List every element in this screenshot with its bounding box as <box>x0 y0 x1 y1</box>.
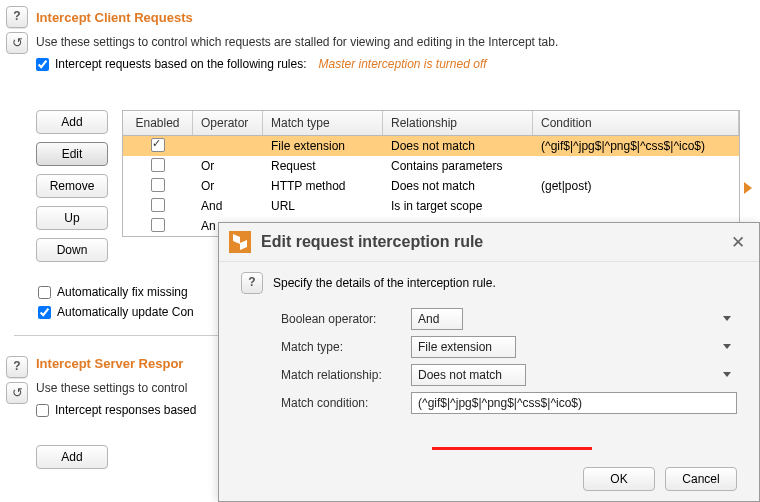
section-desc: Use these settings to control which requ… <box>36 35 760 49</box>
help-button[interactable]: ? <box>241 272 263 294</box>
auto-update-checkbox[interactable] <box>38 306 51 319</box>
help-button[interactable]: ? <box>6 356 28 378</box>
row-enabled-checkbox[interactable] <box>151 138 165 152</box>
highlight-underline <box>432 447 592 450</box>
remove-button[interactable]: Remove <box>36 174 108 198</box>
dialog-title: Edit request interception rule <box>261 233 483 251</box>
burp-logo-icon <box>229 231 251 253</box>
table-row[interactable]: Or Request Contains parameters <box>123 156 739 176</box>
table-row[interactable]: And URL Is in target scope <box>123 196 739 216</box>
match-relationship-label: Match relationship: <box>281 368 411 382</box>
ok-button[interactable]: OK <box>583 467 655 491</box>
intercept-responses-label: Intercept responses based <box>55 403 196 417</box>
match-type-select[interactable]: File extension <box>411 336 516 358</box>
table-header: Enabled Operator Match type Relationship… <box>123 111 739 136</box>
match-condition-input[interactable] <box>411 392 737 414</box>
dialog-desc: Specify the details of the interception … <box>273 276 496 290</box>
intercept-rules-checkbox[interactable] <box>36 58 49 71</box>
match-relationship-select[interactable]: Does not match <box>411 364 526 386</box>
rule-buttons-column: Add Edit Remove Up Down <box>36 110 108 262</box>
col-enabled[interactable]: Enabled <box>123 111 193 135</box>
col-operator[interactable]: Operator <box>193 111 263 135</box>
rules-table: Enabled Operator Match type Relationship… <box>122 110 740 237</box>
col-condition[interactable]: Condition <box>533 111 739 135</box>
refresh-button[interactable]: ↺ <box>6 32 28 54</box>
boolean-operator-select[interactable]: And <box>411 308 463 330</box>
edit-rule-dialog: Edit request interception rule ✕ ? Speci… <box>218 222 760 502</box>
add-button[interactable]: Add <box>36 445 108 469</box>
col-match-type[interactable]: Match type <box>263 111 383 135</box>
help-button[interactable]: ? <box>6 6 28 28</box>
intercept-rules-toggle-row: Intercept requests based on the followin… <box>36 57 760 71</box>
auto-fix-checkbox[interactable] <box>38 286 51 299</box>
edit-button[interactable]: Edit <box>36 142 108 166</box>
expand-arrow-icon[interactable] <box>744 182 752 194</box>
table-row[interactable]: File extension Does not match (^gif$|^jp… <box>123 136 739 156</box>
match-type-label: Match type: <box>281 340 411 354</box>
refresh-button[interactable]: ↺ <box>6 382 28 404</box>
auto-update-label: Automatically update Con <box>57 305 194 319</box>
section-title: Intercept Client Requests <box>36 10 760 25</box>
close-icon[interactable]: ✕ <box>727 230 749 255</box>
row-enabled-checkbox[interactable] <box>151 218 165 232</box>
master-off-warning: Master interception is turned off <box>318 57 486 71</box>
row-enabled-checkbox[interactable] <box>151 198 165 212</box>
add-button[interactable]: Add <box>36 110 108 134</box>
boolean-operator-label: Boolean operator: <box>281 312 411 326</box>
match-condition-label: Match condition: <box>281 396 411 410</box>
cancel-button[interactable]: Cancel <box>665 467 737 491</box>
row-enabled-checkbox[interactable] <box>151 178 165 192</box>
intercept-responses-checkbox[interactable] <box>36 404 49 417</box>
col-relationship[interactable]: Relationship <box>383 111 533 135</box>
auto-fix-label: Automatically fix missing <box>57 285 188 299</box>
down-button[interactable]: Down <box>36 238 108 262</box>
up-button[interactable]: Up <box>36 206 108 230</box>
row-enabled-checkbox[interactable] <box>151 158 165 172</box>
intercept-rules-label: Intercept requests based on the followin… <box>55 57 306 71</box>
table-row[interactable]: Or HTTP method Does not match (get|post) <box>123 176 739 196</box>
